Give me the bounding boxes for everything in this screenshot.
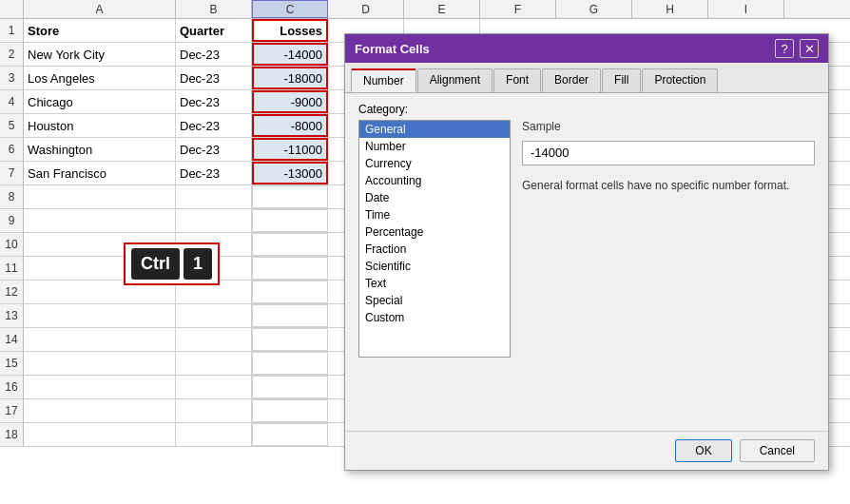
corner-cell <box>0 0 24 18</box>
cell-quarter-6[interactable]: Dec-23 <box>176 138 252 161</box>
dialog-body: Category: General Number Currency Accoun… <box>345 93 828 431</box>
cell-quarter-header[interactable]: Quarter <box>176 19 252 42</box>
ctrl-key: Ctrl <box>131 248 180 280</box>
ok-button[interactable]: OK <box>675 439 731 462</box>
tab-number[interactable]: Number <box>351 68 416 92</box>
category-general[interactable]: General <box>359 121 510 138</box>
tab-fill[interactable]: Fill <box>602 68 641 92</box>
right-panel: Sample -14000 General format cells have … <box>522 120 815 421</box>
format-cells-dialog: Format Cells ? ✕ Number Alignment Font B… <box>344 33 829 471</box>
tab-font[interactable]: Font <box>493 68 541 92</box>
row-num: 6 <box>0 138 24 161</box>
tab-protection[interactable]: Protection <box>642 68 718 92</box>
cell-quarter-4[interactable]: Dec-23 <box>176 90 252 113</box>
keyboard-shortcut: Ctrl 1 <box>124 242 220 285</box>
cell-quarter-3[interactable]: Dec-23 <box>176 67 252 89</box>
col-header-d: D <box>328 0 404 18</box>
dialog-main: General Number Currency Accounting Date … <box>358 120 815 421</box>
cell-quarter-2[interactable]: Dec-23 <box>176 43 252 66</box>
dialog-titlebar-buttons: ? ✕ <box>775 39 819 58</box>
cell-store-header[interactable]: Store <box>24 19 176 42</box>
col-header-h: H <box>632 0 708 18</box>
row-num: 4 <box>0 90 24 113</box>
cell-store-3[interactable]: Los Angeles <box>24 67 176 89</box>
category-percentage[interactable]: Percentage <box>359 223 510 241</box>
category-currency[interactable]: Currency <box>359 155 510 172</box>
column-headers: A B C D E F G H I <box>0 0 850 19</box>
col-header-a: A <box>24 0 176 18</box>
cell-store-2[interactable]: New York City <box>24 43 176 66</box>
col-header-f: F <box>480 0 556 18</box>
cell-losses-5[interactable]: -8000 <box>252 114 328 137</box>
tab-alignment[interactable]: Alignment <box>417 68 493 92</box>
cell-store-5[interactable]: Houston <box>24 114 176 137</box>
cell-losses-4[interactable]: -9000 <box>252 90 328 113</box>
cell-losses-header[interactable]: Losses <box>252 19 328 42</box>
category-label: Category: <box>358 103 815 116</box>
row-num: 2 <box>0 43 24 66</box>
sample-label: Sample <box>522 120 815 133</box>
row-num: 5 <box>0 114 24 137</box>
category-date[interactable]: Date <box>359 189 510 206</box>
format-description: General format cells have no specific nu… <box>522 179 815 192</box>
category-list[interactable]: General Number Currency Accounting Date … <box>358 120 511 358</box>
cell-quarter-7[interactable]: Dec-23 <box>176 162 252 184</box>
category-custom[interactable]: Custom <box>359 309 510 326</box>
category-fraction[interactable]: Fraction <box>359 241 510 258</box>
category-number[interactable]: Number <box>359 138 510 155</box>
row-num: 7 <box>0 162 24 184</box>
cell-losses-2[interactable]: -14000 <box>252 43 328 66</box>
col-header-c: C <box>252 0 328 18</box>
category-time[interactable]: Time <box>359 206 510 223</box>
dialog-title: Format Cells <box>355 42 430 56</box>
row-num: 1 <box>0 19 24 42</box>
cell-store-4[interactable]: Chicago <box>24 90 176 113</box>
dialog-tabs: Number Alignment Font Border Fill Protec… <box>345 63 828 93</box>
col-header-g: G <box>556 0 632 18</box>
col-header-b: B <box>176 0 252 18</box>
category-text[interactable]: Text <box>359 275 510 292</box>
col-header-i: I <box>708 0 784 18</box>
dialog-close-button[interactable]: ✕ <box>800 39 819 58</box>
cancel-button[interactable]: Cancel <box>740 439 815 462</box>
category-scientific[interactable]: Scientific <box>359 258 510 275</box>
number-key: 1 <box>184 248 212 280</box>
dialog-help-button[interactable]: ? <box>775 39 794 58</box>
cell-losses-7[interactable]: -13000 <box>252 162 328 184</box>
sample-value: -14000 <box>522 141 815 165</box>
dialog-titlebar: Format Cells ? ✕ <box>345 34 828 63</box>
col-header-e: E <box>404 0 480 18</box>
cell-store-7[interactable]: San Francisco <box>24 162 176 184</box>
cell-quarter-5[interactable]: Dec-23 <box>176 114 252 137</box>
category-accounting[interactable]: Accounting <box>359 172 510 189</box>
tab-border[interactable]: Border <box>542 68 601 92</box>
cell-losses-6[interactable]: -11000 <box>252 138 328 161</box>
category-special[interactable]: Special <box>359 292 510 309</box>
row-num: 3 <box>0 67 24 89</box>
dialog-footer: OK Cancel <box>345 431 828 470</box>
cell-store-6[interactable]: Washington <box>24 138 176 161</box>
cell-losses-3[interactable]: -18000 <box>252 67 328 89</box>
